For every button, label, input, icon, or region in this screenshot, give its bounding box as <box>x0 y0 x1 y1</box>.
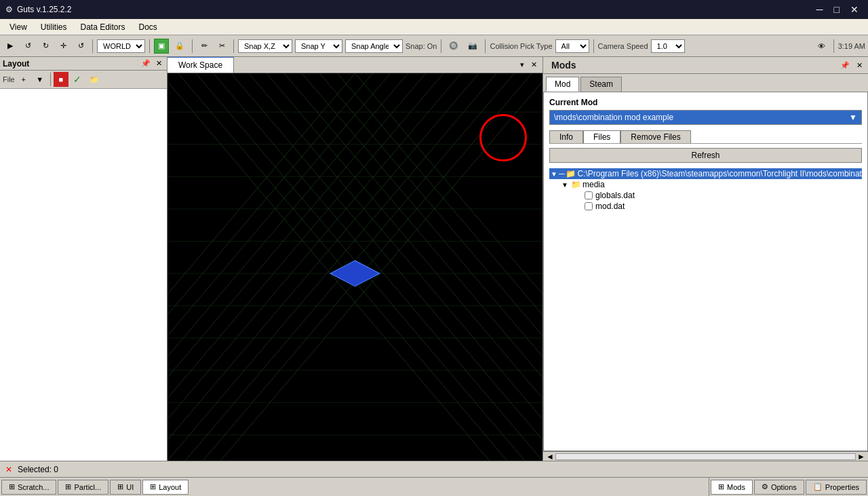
moddat-checkbox[interactable] <box>585 202 593 210</box>
mods-pin-btn[interactable]: 📌 <box>837 60 852 71</box>
particl-icon: ⊞ <box>65 482 71 491</box>
ws-close-btn[interactable]: ✕ <box>528 60 540 70</box>
move-button[interactable]: ✛ <box>56 39 71 54</box>
bottom-tab-properties[interactable]: 📋 Properties <box>806 480 867 495</box>
red-square-btn[interactable]: ■ <box>54 72 68 87</box>
mods-bottom-label: Mods <box>727 483 745 491</box>
pencil-btn[interactable]: ✏ <box>197 39 212 54</box>
close-button[interactable]: ✕ <box>846 3 863 16</box>
tab-remove-files[interactable]: Remove Files <box>620 130 690 143</box>
bottom-bar: ⊞ Scratch... ⊞ Particl... ⊞ UI ⊞ Layout … <box>0 477 868 496</box>
root-minus-icon: ─ <box>559 169 565 178</box>
tree-root-item[interactable]: ▼ ─ 📁 C:\Program Files (x86)\Steam\steam… <box>549 168 862 179</box>
play-button[interactable]: ▶ <box>3 39 18 54</box>
eye-btn[interactable]: 👁 <box>814 39 829 54</box>
folder-btn[interactable]: 📁 <box>86 72 102 87</box>
panel-close-btn[interactable]: ✕ <box>154 58 164 69</box>
camera-speed-dropdown[interactable]: 1.0 <box>651 39 685 53</box>
menu-view[interactable]: View <box>3 21 34 33</box>
toolbar-btn-2[interactable]: ↻ <box>38 39 53 54</box>
bottom-tab-options[interactable]: ⚙ Options <box>754 480 804 495</box>
refresh-button[interactable]: Refresh <box>549 148 862 163</box>
tree-children: globals.dat mod.dat <box>560 190 862 212</box>
bottom-left-tabs: ⊞ Scratch... ⊞ Particl... ⊞ UI ⊞ Layout <box>0 478 709 496</box>
title-bar-controls: ─ □ ✕ <box>812 3 863 16</box>
properties-icon: 📋 <box>813 482 823 491</box>
separator-8 <box>833 39 834 53</box>
toolbar-btn-1[interactable]: ↺ <box>20 39 35 54</box>
media-label: media <box>583 180 605 189</box>
refresh-btn-toolbar[interactable]: ↺ <box>73 39 88 54</box>
dropdown-arrow-icon: ▼ <box>849 113 857 122</box>
tree-globals-item[interactable]: globals.dat <box>574 190 862 201</box>
workspace: Work Space ▾ ✕ <box>167 57 542 461</box>
bottom-tab-layout[interactable]: ⊞ Layout <box>142 480 189 495</box>
scroll-left-btn[interactable]: ◄ <box>545 452 555 461</box>
ws-minimize-btn[interactable]: ▾ <box>517 60 527 70</box>
bottom-tab-mods[interactable]: ⊞ Mods <box>711 480 753 495</box>
bottom-tab-scratch[interactable]: ⊞ Scratch... <box>1 480 56 495</box>
snap-y-dropdown[interactable]: Snap Y <box>295 39 342 53</box>
camera-speed-label: Camera Speed <box>598 42 648 50</box>
tab-steam[interactable]: Steam <box>580 77 622 92</box>
separator-1 <box>92 39 93 53</box>
snap-xz-dropdown[interactable]: Snap X,Z <box>238 39 292 53</box>
file-add-btn[interactable]: + <box>16 72 31 87</box>
moddat-label: mod.dat <box>595 202 625 211</box>
current-mod-dropdown[interactable]: \mods\combination mod example ▼ <box>549 110 862 125</box>
separator-2 <box>149 39 150 53</box>
ui-label: UI <box>126 483 134 491</box>
green-check-btn[interactable]: ✓ <box>70 72 85 87</box>
layout-icon: ⊞ <box>150 482 156 491</box>
green-btn[interactable]: ▣ <box>154 39 169 54</box>
maximize-button[interactable]: □ <box>830 3 844 16</box>
globals-checkbox[interactable] <box>585 191 593 199</box>
bottom-tab-ui[interactable]: ⊞ UI <box>110 480 141 495</box>
world-dropdown[interactable]: WORLD <box>97 39 145 53</box>
tab-mod[interactable]: Mod <box>546 77 579 92</box>
workspace-tab[interactable]: Work Space <box>167 57 234 73</box>
title-bar: ⚙ Guts v.1.25.2.2 ─ □ ✕ <box>0 0 868 19</box>
separator-3 <box>192 39 193 53</box>
grid-canvas <box>167 73 542 461</box>
status-bar: ✕ Selected: 0 <box>0 461 868 477</box>
lock-btn[interactable]: 🔒 <box>172 39 188 54</box>
particl-label: Particl... <box>74 483 101 491</box>
menu-data-editors[interactable]: Data Editors <box>73 21 132 33</box>
separator-4 <box>233 39 234 53</box>
tree-media-item[interactable]: ▼ 📁 media <box>560 179 862 190</box>
toolbar: ▶ ↺ ↻ ✛ ↺ WORLD ▣ 🔒 ✏ ✂ Snap X,Z Snap Y … <box>0 35 868 57</box>
mods-panel-header: Mods 📌 ✕ <box>543 57 868 74</box>
workspace-tab-bar: Work Space ▾ ✕ <box>167 57 542 73</box>
root-folder-icon: 📁 <box>566 169 576 178</box>
selected-label: Selected: 0 <box>18 465 58 474</box>
collision-dropdown[interactable]: All <box>555 39 589 53</box>
tree-moddat-item[interactable]: mod.dat <box>574 201 862 212</box>
menu-docs[interactable]: Docs <box>132 21 164 33</box>
tab-files[interactable]: Files <box>583 130 620 143</box>
scratch-label: Scratch... <box>18 483 49 491</box>
media-toggle[interactable]: ▼ <box>561 181 570 189</box>
scroll-right-btn[interactable]: ► <box>856 452 867 461</box>
file-btn2[interactable]: ▼ <box>33 72 47 87</box>
mods-tabs: Mod Steam <box>543 74 868 92</box>
current-mod-value: \mods\combination mod example <box>554 113 673 122</box>
mods-close-btn[interactable]: ✕ <box>854 60 865 71</box>
minimize-button[interactable]: ─ <box>812 3 827 16</box>
panel-pin-btn[interactable]: 📌 <box>139 58 153 69</box>
menu-utilities[interactable]: Utilities <box>34 21 74 33</box>
app-icon: ⚙ <box>5 5 13 14</box>
title-bar-left: ⚙ Guts v.1.25.2.2 <box>5 5 72 14</box>
snap-icon-btn[interactable]: 🔘 <box>446 39 462 54</box>
bottom-tab-particl[interactable]: ⊞ Particl... <box>58 480 108 495</box>
grid-svg <box>167 73 542 461</box>
snap-angle-dropdown[interactable]: Snap Angle <box>345 39 403 53</box>
h-scrollbar[interactable] <box>555 453 856 460</box>
file-tree: ▼ ─ 📁 C:\Program Files (x86)\Steam\steam… <box>549 168 862 445</box>
snap-on-label: Snap: On <box>406 42 437 50</box>
camera-btn[interactable]: 📷 <box>465 39 481 54</box>
panel-header-controls: 📌 ✕ <box>139 58 164 69</box>
root-toggle[interactable]: ▼ <box>551 170 557 178</box>
tab-info[interactable]: Info <box>549 130 583 143</box>
scissors-btn[interactable]: ✂ <box>214 39 229 54</box>
